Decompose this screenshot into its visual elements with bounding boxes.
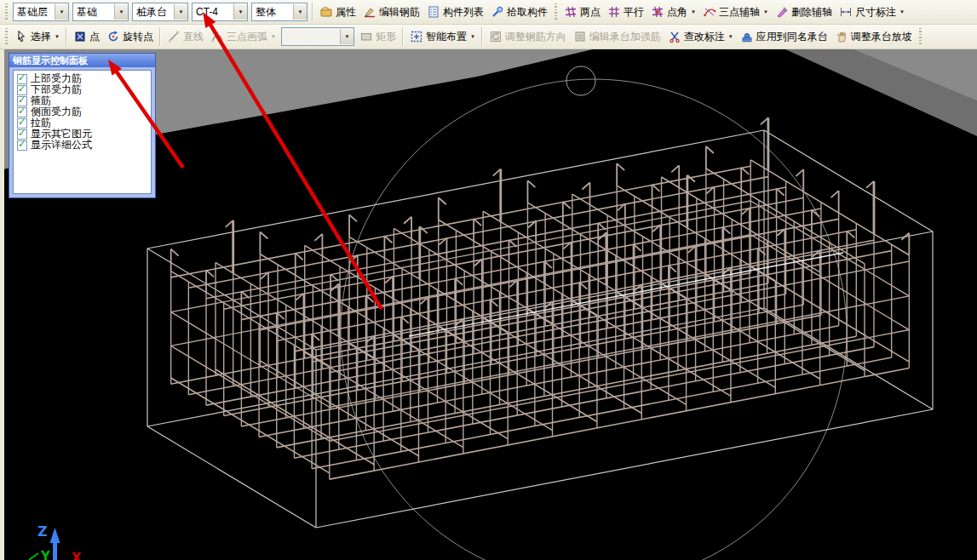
chevron-down-icon[interactable]: ▼ (114, 4, 128, 20)
stamp-icon (740, 30, 754, 43)
svg-text:X: X (72, 551, 82, 560)
toolbar-separator (312, 3, 313, 21)
hand-icon (835, 30, 848, 43)
element-combo[interactable]: CT-4 ▼ (192, 3, 248, 21)
rebar-display-panel: 钢筋显示控制面板 上部受力筋 下部受力筋 箍筋 侧面受力筋 拉筋 显示其它图元 … (9, 53, 156, 198)
rebar-panel-title: 钢筋显示控制面板 (13, 55, 88, 66)
rotate-point-button[interactable]: 旋转点 (103, 28, 157, 46)
adjust-direction-icon (489, 30, 503, 43)
category-combo-value: 基础 (73, 5, 114, 20)
brush-icon (775, 5, 789, 19)
chevron-down-icon: ▼ (271, 34, 276, 39)
svg-text:Y: Y (40, 549, 51, 560)
chevron-down-icon[interactable]: ▼ (763, 9, 768, 14)
component-list-button[interactable]: 构件列表 (423, 3, 487, 21)
two-point-axis-button[interactable]: 两点 (560, 3, 604, 21)
checkbox[interactable] (17, 140, 27, 151)
select-button[interactable]: 选择 ▼ (11, 28, 63, 46)
element-type-combo[interactable]: 桩承台 ▼ (132, 3, 188, 21)
properties-button[interactable]: 属性 (316, 3, 359, 21)
toolbar-separator (481, 27, 483, 46)
dropper-icon (491, 5, 504, 19)
three-point-axis-icon (703, 5, 716, 19)
rectangle-tool-button[interactable]: 矩形 (356, 28, 399, 46)
chevron-down-icon[interactable]: ▼ (899, 9, 905, 14)
adjust-cap-slope-button[interactable]: 调整承台放坡 (831, 28, 916, 46)
edit-rebar-button[interactable]: 编辑钢筋 (359, 3, 423, 21)
view-mode-combo-value: 整体 (252, 5, 293, 20)
check-edit-annotation-button[interactable]: 查改标注 ▼ (664, 28, 737, 46)
chevron-down-icon[interactable]: ▼ (55, 4, 68, 20)
apply-to-same-name-cap-button[interactable]: 应用到同名承台 (737, 28, 831, 46)
toolbar-separator (159, 27, 161, 46)
properties-icon (319, 5, 333, 19)
smart-layout-button[interactable]: 智能布置 ▼ (406, 28, 479, 46)
list-icon (427, 5, 440, 19)
chevron-down-icon[interactable]: ▼ (728, 34, 733, 39)
chevron-down-icon[interactable]: ▼ (55, 34, 60, 39)
element-combo-value: CT-4 (193, 6, 233, 18)
toolbar-grip[interactable] (555, 3, 557, 20)
toolbar-row-1: 基础层 ▼ 基础 ▼ 桩承台 ▼ CT-4 ▼ 整体 ▼ 属性 编辑钢筋 构件列… (0, 0, 977, 25)
parallel-lines-icon (607, 5, 621, 19)
toolbar-separator (66, 27, 67, 46)
chevron-down-icon[interactable]: ▼ (233, 4, 247, 20)
pencil-icon (363, 5, 376, 19)
rebar-panel-titlebar[interactable]: 钢筋显示控制面板 (9, 54, 155, 67)
toolbar-grip[interactable] (5, 3, 8, 20)
delete-aux-axis-button[interactable]: 删除辅轴 (772, 3, 836, 21)
toolbar-grip[interactable] (919, 28, 922, 45)
three-point-aux-axis-button[interactable]: 三点辅轴 ▼ (699, 3, 772, 21)
chevron-down-icon[interactable]: ▼ (174, 4, 187, 20)
floor-combo-value: 基础层 (14, 5, 55, 20)
arc-radius-combo[interactable]: ▼ (281, 27, 354, 46)
adjust-rebar-direction-button[interactable]: 调整钢筋方向 (486, 28, 570, 46)
toolbar-separator (402, 27, 404, 46)
view-mode-combo[interactable]: 整体 ▼ (251, 3, 307, 21)
toolbar-row-2: 选择 ▼ 点 旋转点 直线 三点画弧 ▼ ▼ 矩形 智能布置 ▼ 调整钢筋方向 (0, 25, 977, 49)
pick-component-button[interactable]: 拾取构件 (487, 3, 551, 21)
chevron-down-icon[interactable]: ▼ (293, 4, 307, 20)
category-combo[interactable]: 基础 ▼ (72, 3, 129, 21)
rotate-point-icon (106, 30, 120, 43)
smart-layout-icon (410, 30, 423, 43)
floor-combo[interactable]: 基础层 ▼ (13, 3, 69, 21)
point-angle-icon (651, 5, 664, 19)
line-tool-button[interactable]: 直线 (164, 28, 207, 46)
point-angle-axis-button[interactable]: 点角 ▼ (647, 3, 699, 21)
chevron-down-icon[interactable]: ▼ (470, 34, 475, 39)
point-place-button[interactable]: 点 (70, 28, 103, 46)
rectangle-icon (359, 30, 373, 43)
checkbox-row-show-formula[interactable]: 显示详细公式 (15, 140, 149, 151)
chevron-down-icon: ▼ (340, 29, 353, 44)
arc-icon (210, 30, 224, 43)
svg-text:Z: Z (37, 523, 48, 540)
cursor-icon (14, 30, 28, 43)
point-box-icon (73, 30, 87, 43)
rebar-panel-body: 上部受力筋 下部受力筋 箍筋 侧面受力筋 拉筋 显示其它图元 显示详细公式 (13, 70, 152, 194)
toolbar-grip[interactable] (5, 28, 8, 45)
line-icon (167, 30, 181, 43)
element-type-combo-value: 桩承台 (133, 5, 174, 20)
three-point-arc-button[interactable]: 三点画弧 ▼ (207, 28, 279, 46)
dimension-icon (839, 5, 853, 19)
edit-strengthen-icon (573, 30, 587, 43)
two-point-grid-icon (564, 5, 578, 19)
scissors-icon (668, 30, 681, 43)
dimension-annotation-button[interactable]: 尺寸标注 ▼ (836, 3, 908, 21)
parallel-axis-button[interactable]: 平行 (604, 3, 647, 21)
chevron-down-icon[interactable]: ▼ (691, 9, 696, 14)
edit-cap-strengthen-rebar-button[interactable]: 编辑承台加强筋 (570, 28, 664, 46)
